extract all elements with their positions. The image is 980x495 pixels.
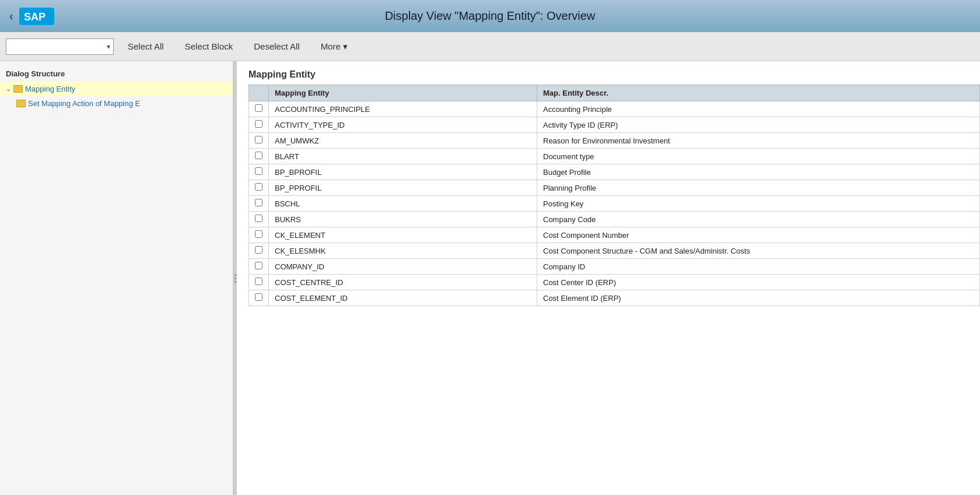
table-row: AM_UMWKZReason for Environmental Investm… xyxy=(249,133,980,149)
main-layout: Dialog Structure ⌄ Mapping Entity Set Ma… xyxy=(0,61,980,495)
row-checkbox-cell xyxy=(249,180,269,196)
desc-cell: Accounting Principle xyxy=(537,101,980,117)
back-button[interactable]: ‹ xyxy=(9,9,13,23)
entity-cell: CK_ELESMHK xyxy=(269,243,537,259)
page-title: Display View "Mapping Entity": Overview xyxy=(385,9,596,23)
table-row: BSCHLPosting Key xyxy=(249,196,980,212)
entity-cell: COST_CENTRE_ID xyxy=(269,275,537,290)
desc-column-header: Map. Entity Descr. xyxy=(537,85,980,101)
row-checkbox-cell xyxy=(249,149,269,164)
table-row: BUKRSCompany Code xyxy=(249,212,980,227)
sidebar-title: Dialog Structure xyxy=(0,66,233,82)
entity-cell: BLART xyxy=(269,149,537,164)
row-checkbox[interactable] xyxy=(255,215,262,222)
sidebar-item-label-set-mapping: Set Mapping Action of Mapping E xyxy=(28,99,140,108)
sidebar-item-set-mapping[interactable]: Set Mapping Action of Mapping E xyxy=(0,96,233,111)
row-checkbox[interactable] xyxy=(255,167,262,175)
more-button[interactable]: More ▾ xyxy=(314,39,355,54)
row-checkbox[interactable] xyxy=(255,152,262,159)
table-row: COMPANY_IDCompany ID xyxy=(249,259,980,275)
desc-cell: Document type xyxy=(537,149,980,164)
sidebar: Dialog Structure ⌄ Mapping Entity Set Ma… xyxy=(0,61,233,495)
row-checkbox-cell xyxy=(249,133,269,149)
entity-cell: ACCOUNTING_PRINCIPLE xyxy=(269,101,537,117)
entity-cell: COMPANY_ID xyxy=(269,259,537,275)
desc-cell: Cost Component Structure - CGM and Sales… xyxy=(537,243,980,259)
desc-cell: Posting Key xyxy=(537,196,980,212)
desc-cell: Budget Profile xyxy=(537,164,980,180)
entity-cell: ACTIVITY_TYPE_ID xyxy=(269,117,537,133)
table-row: CK_ELESMHKCost Component Structure - CGM… xyxy=(249,243,980,259)
row-checkbox-cell xyxy=(249,275,269,290)
select-dropdown-wrapper xyxy=(6,38,114,55)
entity-cell: AM_UMWKZ xyxy=(269,133,537,149)
row-checkbox-cell xyxy=(249,212,269,227)
select-block-button[interactable]: Select Block xyxy=(178,39,240,54)
desc-cell: Cost Center ID (ERP) xyxy=(537,275,980,290)
desc-cell: Reason for Environmental Investment xyxy=(537,133,980,149)
row-checkbox[interactable] xyxy=(255,262,262,269)
table-row: ACCOUNTING_PRINCIPLEAccounting Principle xyxy=(249,101,980,117)
table-row: ACTIVITY_TYPE_IDActivity Type ID (ERP) xyxy=(249,117,980,133)
table-wrapper: Mapping Entity Map. Entity Descr. ACCOUN… xyxy=(237,85,980,306)
table-row: COST_CENTRE_IDCost Center ID (ERP) xyxy=(249,275,980,290)
row-checkbox-cell xyxy=(249,227,269,243)
row-checkbox-cell xyxy=(249,164,269,180)
row-checkbox[interactable] xyxy=(255,278,262,285)
select-all-button[interactable]: Select All xyxy=(121,39,171,54)
row-checkbox-cell xyxy=(249,117,269,133)
splitter-dot xyxy=(235,281,236,283)
row-checkbox-cell xyxy=(249,243,269,259)
checkbox-header xyxy=(249,85,269,101)
row-checkbox[interactable] xyxy=(255,183,262,191)
entity-cell: BP_BPROFIL xyxy=(269,164,537,180)
splitter-dot xyxy=(235,278,236,279)
folder-icon-sub xyxy=(16,100,26,107)
row-checkbox[interactable] xyxy=(255,230,262,238)
select-dropdown[interactable] xyxy=(6,38,114,55)
row-checkbox[interactable] xyxy=(255,136,262,143)
table-row: BP_PPROFILPlanning Profile xyxy=(249,180,980,196)
desc-cell: Cost Component Number xyxy=(537,227,980,243)
entity-cell: BSCHL xyxy=(269,196,537,212)
desc-cell: Company ID xyxy=(537,259,980,275)
row-checkbox-cell xyxy=(249,101,269,117)
svg-text:SAP: SAP xyxy=(24,11,46,23)
sap-logo: SAP xyxy=(19,8,54,25)
desc-cell: Planning Profile xyxy=(537,180,980,196)
sidebar-item-label-mapping-entity: Mapping Entity xyxy=(25,85,75,93)
table-row: BP_BPROFILBudget Profile xyxy=(249,164,980,180)
entity-cell: BUKRS xyxy=(269,212,537,227)
sidebar-item-mapping-entity[interactable]: ⌄ Mapping Entity xyxy=(0,82,233,96)
table-header-row: Mapping Entity Map. Entity Descr. xyxy=(249,85,980,101)
row-checkbox-cell xyxy=(249,196,269,212)
row-checkbox[interactable] xyxy=(255,104,262,112)
row-checkbox-cell xyxy=(249,290,269,306)
toolbar: Select All Select Block Deselect All Mor… xyxy=(0,32,980,61)
mapping-table: Mapping Entity Map. Entity Descr. ACCOUN… xyxy=(249,85,980,306)
desc-cell: Cost Element ID (ERP) xyxy=(537,290,980,306)
chevron-right-icon: ⌄ xyxy=(6,85,11,93)
row-checkbox[interactable] xyxy=(255,120,262,128)
app-header: ‹ SAP Display View "Mapping Entity": Ove… xyxy=(0,0,980,32)
row-checkbox[interactable] xyxy=(255,199,262,206)
entity-cell: COST_ELEMENT_ID xyxy=(269,290,537,306)
entity-column-header: Mapping Entity xyxy=(269,85,537,101)
desc-cell: Activity Type ID (ERP) xyxy=(537,117,980,133)
entity-cell: BP_PPROFIL xyxy=(269,180,537,196)
chevron-down-icon: ▾ xyxy=(343,41,348,52)
row-checkbox[interactable] xyxy=(255,246,262,254)
content-title: Mapping Entity xyxy=(237,61,980,85)
table-row: BLARTDocument type xyxy=(249,149,980,164)
desc-cell: Company Code xyxy=(537,212,980,227)
entity-cell: CK_ELEMENT xyxy=(269,227,537,243)
folder-icon xyxy=(13,85,23,93)
splitter-handle xyxy=(235,274,236,283)
splitter-dot xyxy=(235,274,236,276)
more-label: More xyxy=(321,41,341,51)
row-checkbox[interactable] xyxy=(255,293,262,301)
deselect-all-button[interactable]: Deselect All xyxy=(247,39,306,54)
row-checkbox-cell xyxy=(249,259,269,275)
content-area: Mapping Entity Mapping Entity Map. Entit… xyxy=(237,61,980,495)
table-row: COST_ELEMENT_IDCost Element ID (ERP) xyxy=(249,290,980,306)
